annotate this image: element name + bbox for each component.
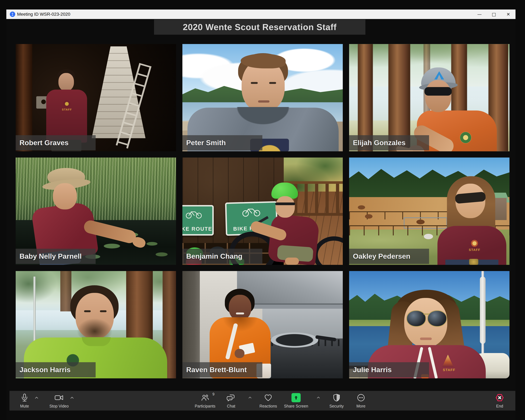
participant-tile-elijah-gonzales[interactable]: Elijah Gonzales (349, 44, 509, 151)
person-eye (269, 82, 276, 84)
person-mouth (420, 337, 432, 340)
person-eye (100, 310, 107, 312)
window-controls: — □ ✕ (472, 9, 516, 19)
mute-button[interactable]: Mute (16, 393, 33, 409)
mute-label: Mute (20, 404, 29, 409)
staff-shirt-text: STAFF (62, 108, 72, 111)
participant-name: Raven Brett-Blunt (186, 366, 247, 374)
horse (416, 220, 425, 224)
eyeglasses (275, 203, 295, 205)
meeting-header: 2020 Wente Scout Reservation Staff (154, 19, 366, 35)
chat-bubble-icon (227, 393, 235, 402)
maximize-button[interactable]: □ (487, 9, 501, 19)
participant-name: Elijah Gonzales (353, 139, 406, 147)
person-eye (251, 82, 258, 84)
participant-name: Jackson Harris (19, 366, 71, 374)
person-mouth (258, 100, 270, 103)
participant-tile-peter-smith[interactable]: Peter Smith (182, 44, 343, 151)
hoodie-collar (233, 107, 293, 127)
participant-tile-baby-nelly-parnell[interactable]: Baby Nelly Parnell (16, 158, 176, 265)
participant-name-label: Robert Graves (16, 135, 96, 150)
window-title: Meeting ID WSR-023-2020 (17, 12, 70, 17)
participant-name-label: Baby Nelly Parnell (16, 249, 96, 264)
end-meeting-button[interactable]: End (491, 393, 508, 409)
security-label: Security (329, 404, 344, 409)
participant-name: Oakley Pedersen (353, 252, 410, 261)
belt-buckle (469, 259, 478, 265)
minimize-button[interactable]: — (472, 9, 487, 19)
person-beard (77, 318, 112, 340)
share-screen-icon (291, 393, 301, 402)
participant-name: Robert Graves (19, 139, 69, 147)
more-button[interactable]: More (352, 393, 370, 409)
flag-pole (33, 277, 36, 345)
end-label: End (496, 404, 503, 409)
participant-tile-robert-graves[interactable]: STAFF Robert Graves (16, 44, 176, 151)
video-grid: STAFF Robert Graves (16, 44, 509, 378)
participant-name-label: Oakley Pedersen (349, 249, 429, 264)
participant-name: Peter Smith (186, 139, 226, 147)
ellipsis-icon (356, 393, 366, 402)
participant-tile-oakley-pedersen[interactable]: STAFF Oakley Pedersen (349, 158, 509, 265)
furled-sail (480, 277, 486, 344)
meeting-title: 2020 Wente Scout Reservation Staff (183, 22, 337, 32)
window-titlebar[interactable]: Meeting ID WSR-023-2020 — □ ✕ (6, 9, 516, 19)
staff-logo (471, 240, 478, 247)
white-horse (424, 234, 433, 239)
participant-name-label: Raven Brett-Blunt (182, 362, 262, 377)
person-head (58, 73, 74, 91)
participant-name-label: Elijah Gonzales (349, 135, 429, 150)
person-head (229, 295, 251, 320)
mute-options-caret[interactable] (34, 396, 39, 400)
steel-pan (271, 332, 318, 348)
participant-name-label: Jackson Harris (16, 362, 96, 377)
share-screen-button[interactable]: Share Screen (284, 393, 308, 409)
person-head (425, 80, 451, 112)
horse (365, 214, 373, 219)
meeting-toolbar: Mute Stop Video (9, 391, 515, 411)
participants-button[interactable]: 9 Participants (195, 393, 216, 409)
toolbar-left-group: Mute Stop Video (16, 391, 75, 413)
share-screen-green-box (291, 393, 301, 402)
share-screen-label: Share Screen (284, 404, 308, 409)
person-leg (285, 258, 299, 265)
toolbar-right-group: End (491, 391, 508, 413)
person-head (275, 196, 295, 218)
horse (358, 205, 365, 209)
shield-icon (332, 393, 341, 402)
stop-video-button[interactable]: Stop Video (49, 393, 69, 409)
share-options-caret[interactable] (316, 396, 321, 400)
sunglasses (424, 87, 452, 96)
person-eye (84, 310, 91, 312)
hood-shadow (222, 317, 258, 332)
end-call-icon (495, 393, 504, 402)
security-button[interactable]: Security (328, 393, 345, 409)
participant-name-label: Julie Harris (349, 362, 429, 377)
more-label: More (356, 404, 366, 409)
heart-icon (264, 393, 273, 402)
toolbar-center-group: 9 Participants (195, 391, 370, 413)
staff-shirt-text: STAFF (469, 248, 480, 252)
participant-tile-benjamin-chang[interactable]: BIKE ROUTE BIKE ROUTE (182, 158, 343, 265)
close-button[interactable]: ✕ (501, 9, 516, 19)
person-head (53, 183, 77, 209)
bike-route-sign: BIKE ROUTE (182, 205, 214, 236)
participant-tile-jackson-harris[interactable]: Jackson Harris (16, 271, 176, 378)
aviator-sunglasses (406, 310, 426, 327)
staff-shirt-text: STAFF (443, 368, 455, 372)
aviator-sunglasses (427, 310, 447, 327)
bike-route-sign-text: BIKE ROUTE (182, 226, 212, 232)
chat-button[interactable]: Chat (223, 393, 240, 409)
participant-name: Benjamin Chang (186, 252, 242, 261)
maroon-hoodie (46, 90, 87, 143)
shirt-collar (82, 337, 111, 346)
participant-name: Baby Nelly Parnell (19, 252, 82, 261)
chat-options-caret[interactable] (248, 396, 252, 400)
participants-count-badge: 9 (213, 392, 215, 396)
participant-tile-raven-brett-blunt[interactable]: Raven Brett-Blunt (182, 271, 343, 378)
video-options-caret[interactable] (70, 396, 75, 400)
participants-label: Participants (195, 404, 216, 409)
participants-icon (201, 393, 209, 402)
reactions-button[interactable]: Reactions (260, 393, 277, 409)
participant-tile-julie-harris[interactable]: STAFF Julie Harris (349, 271, 509, 378)
